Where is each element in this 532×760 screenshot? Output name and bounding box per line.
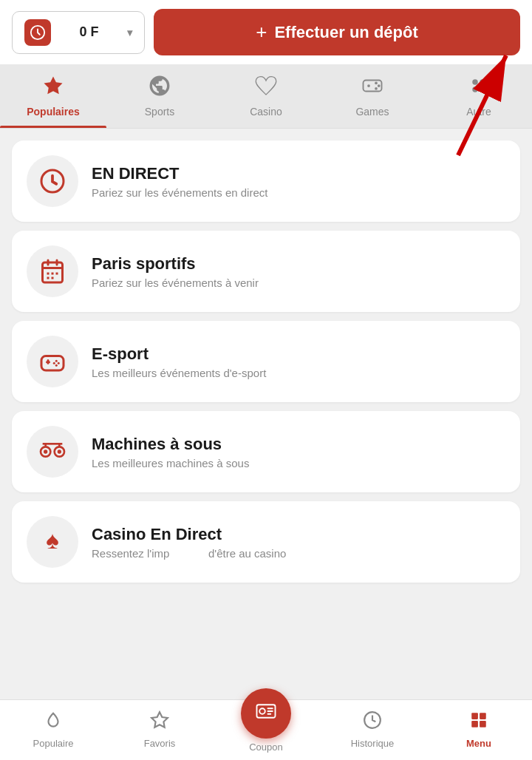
- games-icon: [361, 75, 383, 102]
- tab-casino[interactable]: Casino: [213, 64, 319, 128]
- sports-icon: [149, 75, 171, 102]
- en-direct-text: EN DIRECT Pariez sur les événements en d…: [92, 164, 267, 199]
- svg-point-22: [58, 362, 60, 364]
- svg-text:♠: ♠: [46, 529, 59, 554]
- casino-icon: [255, 75, 277, 102]
- casino-direct-subtitle: Ressentez l'impression d'être au casino: [92, 547, 286, 560]
- bottom-nav-historique-label: Historique: [351, 738, 395, 749]
- flame-icon: [44, 710, 63, 735]
- balance-button[interactable]: 0 F ▾: [12, 11, 145, 54]
- svg-rect-20: [41, 356, 64, 371]
- en-direct-subtitle: Pariez sur les événements en direct: [92, 186, 267, 199]
- menu-item-paris-sportifs[interactable]: Paris sportifs Pariez sur les événements…: [12, 231, 520, 312]
- paris-sportifs-text: Paris sportifs Pariez sur les événements…: [92, 254, 259, 289]
- deposit-button[interactable]: + Effectuer un dépôt: [154, 9, 520, 55]
- svg-rect-15: [47, 273, 50, 275]
- grid-icon: [469, 710, 488, 735]
- paris-sportifs-icon: [27, 245, 78, 297]
- tab-sports-label: Sports: [145, 106, 174, 118]
- deposit-plus-icon: +: [256, 21, 267, 44]
- svg-rect-18: [47, 277, 50, 279]
- casino-direct-icon: ♠: [27, 516, 78, 568]
- svg-rect-39: [471, 721, 478, 727]
- esport-icon: [27, 336, 78, 387]
- wallet-icon: [24, 19, 51, 46]
- tab-autre-label: Autre: [466, 106, 491, 118]
- machines-sous-subtitle: Les meilleures machines à sous: [92, 457, 249, 469]
- bottom-nav-favoris-label: Favoris: [144, 738, 176, 749]
- tab-games-label: Games: [355, 106, 389, 118]
- esport-text: E-sport Les meilleurs événements d'e-spo…: [92, 345, 266, 379]
- svg-point-10: [480, 79, 485, 85]
- bottom-nav-coupon-label: Coupon: [249, 742, 283, 753]
- svg-point-8: [378, 84, 381, 87]
- autre-icon: [468, 75, 490, 102]
- balance-amount: 0 F: [57, 24, 121, 40]
- machines-sous-icon: [27, 426, 78, 478]
- en-direct-icon: [27, 155, 78, 207]
- en-direct-title: EN DIRECT: [92, 164, 267, 183]
- nav-tabs: Populaires Sports Casino: [0, 64, 532, 129]
- paris-sportifs-title: Paris sportifs: [92, 254, 259, 274]
- bottom-nav-coupon[interactable]: Coupon: [213, 706, 319, 753]
- coupon-icon: [255, 700, 277, 727]
- star-icon: [150, 710, 169, 735]
- bottom-nav-menu[interactable]: Menu: [426, 710, 532, 749]
- populaires-icon: [42, 75, 64, 102]
- machines-sous-text: Machines à sous Les meilleures machines …: [92, 435, 249, 469]
- svg-rect-16: [52, 273, 54, 275]
- header: 0 F ▾ + Effectuer un dépôt: [0, 0, 532, 64]
- svg-marker-33: [151, 712, 168, 727]
- svg-rect-38: [480, 713, 486, 719]
- svg-point-24: [53, 362, 55, 364]
- tab-populaires[interactable]: Populaires: [0, 64, 106, 128]
- bottom-nav-populaire-label: Populaire: [33, 738, 74, 749]
- svg-point-26: [44, 449, 47, 453]
- svg-rect-37: [471, 713, 478, 719]
- svg-point-12: [480, 86, 485, 92]
- bottom-nav-historique[interactable]: Historique: [319, 710, 426, 749]
- svg-point-21: [55, 360, 58, 362]
- main-content: EN DIRECT Pariez sur les événements en d…: [0, 129, 532, 661]
- machines-sous-title: Machines à sous: [92, 435, 249, 454]
- bottom-nav: Populaire Favoris Coupon: [0, 699, 532, 760]
- svg-point-5: [367, 84, 370, 87]
- tab-casino-label: Casino: [250, 106, 282, 118]
- svg-point-9: [472, 79, 478, 85]
- paris-sportifs-subtitle: Pariez sur les événements à venir: [92, 276, 259, 289]
- tab-games[interactable]: Games: [319, 64, 426, 128]
- tab-populaires-label: Populaires: [27, 106, 80, 118]
- menu-item-esport[interactable]: E-sport Les meilleurs événements d'e-spo…: [12, 321, 520, 402]
- svg-point-7: [375, 87, 378, 90]
- chevron-down-icon: ▾: [127, 27, 132, 38]
- tab-sports[interactable]: Sports: [106, 64, 213, 128]
- casino-direct-title: Casino En Direct: [92, 525, 286, 544]
- svg-point-11: [472, 86, 478, 92]
- bottom-nav-favoris[interactable]: Favoris: [106, 710, 213, 749]
- menu-item-casino-direct[interactable]: ♠ Casino En Direct Ressentez l'impressio…: [12, 501, 520, 583]
- svg-rect-19: [52, 277, 54, 279]
- bottom-nav-menu-label: Menu: [466, 738, 491, 749]
- coupon-fab-button[interactable]: [241, 688, 291, 739]
- svg-point-23: [55, 364, 58, 367]
- deposit-label: Effectuer un dépôt: [274, 23, 417, 42]
- esport-title: E-sport: [92, 345, 266, 364]
- svg-rect-17: [56, 273, 58, 275]
- bottom-nav-populaire[interactable]: Populaire: [0, 710, 106, 749]
- svg-point-28: [58, 449, 61, 453]
- esport-subtitle: Les meilleurs événements d'e-sport: [92, 367, 266, 379]
- clock-icon: [363, 710, 382, 735]
- svg-rect-40: [480, 721, 486, 727]
- svg-point-35: [259, 708, 265, 714]
- menu-item-en-direct[interactable]: EN DIRECT Pariez sur les événements en d…: [12, 140, 520, 222]
- tab-autre[interactable]: Autre: [426, 64, 532, 128]
- casino-direct-text: Casino En Direct Ressentez l'impression …: [92, 525, 286, 560]
- svg-point-6: [375, 81, 378, 84]
- menu-item-machines-sous[interactable]: Machines à sous Les meilleures machines …: [12, 411, 520, 492]
